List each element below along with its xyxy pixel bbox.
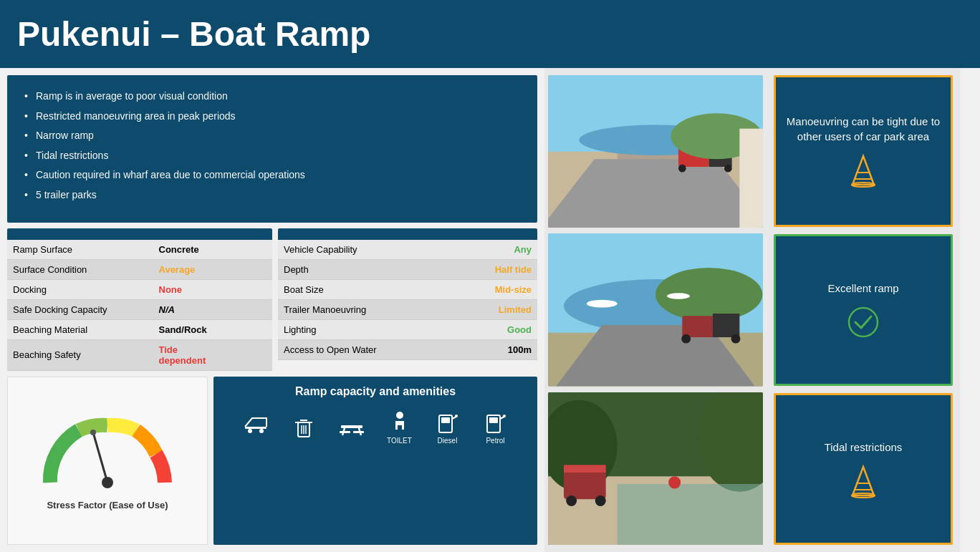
bullet-item: Tidal restrictions	[24, 149, 520, 163]
table-row: Beaching Material Sand/Rock	[7, 319, 272, 339]
checkmark-icon	[845, 304, 881, 340]
table-cell-value: Half tide	[456, 259, 537, 279]
bullet-item: Narrow ramp	[24, 129, 520, 143]
manoeuvring-card: Manoeuvring can be tight due to other us…	[774, 75, 953, 227]
svg-marker-58	[852, 156, 874, 185]
header: Pukenui – Boat Ramp	[0, 0, 980, 68]
svg-line-0	[93, 432, 107, 483]
svg-point-4	[248, 429, 252, 433]
table-row: Trailer Manoeuvring Limited	[278, 299, 537, 319]
gauge	[36, 411, 179, 497]
svg-point-55	[595, 495, 606, 506]
photo-3	[548, 392, 763, 545]
toilet-icon: TOILET	[380, 405, 419, 448]
svg-rect-52	[564, 468, 606, 499]
table-cell-value: None	[153, 279, 273, 299]
right-table-header	[278, 228, 537, 240]
diesel-label: Diesel	[438, 437, 458, 445]
table-row: Vehicle Capability Any	[278, 240, 537, 260]
svg-rect-43	[713, 314, 739, 337]
picnic-table-icon	[332, 405, 371, 448]
table-row: Safe Docking Capacity N/A	[7, 299, 272, 319]
bullet-item: Restricted manoeuvring area in peak peri…	[24, 110, 520, 124]
table-cell-value: Any	[456, 240, 537, 260]
photo-1	[548, 75, 763, 228]
table-cell-value: Average	[153, 259, 273, 279]
bullet-list: Ramp is in average to poor visual condit…	[24, 89, 520, 203]
table-cell-value: N/A	[153, 299, 273, 319]
bullet-item: 5 trailer parks	[24, 188, 520, 203]
table-cell-label: Trailer Manoeuvring	[278, 299, 456, 319]
gauge-svg	[36, 411, 179, 497]
manoeuvring-card-text: Manoeuvring can be tight due to other us…	[784, 114, 942, 144]
diesel-icon: Diesel	[428, 405, 467, 448]
table-cell-label: Boat Size	[278, 279, 456, 299]
svg-point-25	[503, 415, 506, 417]
table-row: Lighting Good	[278, 319, 537, 339]
table-cell-label: Lighting	[278, 319, 456, 339]
svg-point-62	[849, 308, 878, 336]
table-cell-label: Vehicle Capability	[278, 240, 456, 260]
table-row: Surface Condition Average	[7, 259, 272, 279]
table-cell-value: Tidedependent	[153, 339, 273, 370]
svg-rect-36	[739, 129, 763, 228]
right-data-table: Vehicle Capability Any Depth Half tide B…	[278, 228, 537, 371]
left-table-header	[7, 228, 272, 240]
table-cell-value: 100m	[456, 339, 537, 359]
amenities-box: Ramp capacity and amenities	[213, 377, 537, 545]
tidal-restrictions-text: Tidal restrictions	[825, 440, 903, 455]
table-cell-label: Surface Condition	[7, 259, 153, 279]
info-cards-panel: Manoeuvring can be tight due to other us…	[767, 68, 960, 552]
svg-point-46	[587, 300, 618, 308]
svg-point-45	[731, 334, 741, 344]
tables-row: Ramp Surface Concrete Surface Condition …	[7, 228, 537, 371]
table-row: Access to Open Water 100m	[278, 339, 537, 359]
svg-rect-12	[341, 425, 362, 428]
svg-rect-16	[353, 431, 364, 433]
bullet-item: Ramp is in average to poor visual condit…	[24, 89, 520, 104]
cone-icon-2	[845, 463, 881, 499]
svg-point-5	[259, 429, 264, 433]
gauge-box: Stress Factor (Ease of Use)	[7, 377, 208, 545]
petrol-label: Petrol	[486, 437, 504, 445]
boat-ramp-icon	[236, 405, 275, 448]
table-row: Docking None	[7, 279, 272, 299]
svg-rect-42	[682, 316, 716, 338]
table-cell-label: Docking	[7, 279, 153, 299]
left-panel: Ramp is in average to poor visual condit…	[0, 68, 544, 552]
svg-rect-3	[245, 427, 266, 429]
bottom-row: Stress Factor (Ease of Use) Ramp capacit…	[7, 377, 537, 545]
table-cell-label: Ramp Surface	[7, 240, 153, 260]
main-content: Ramp is in average to poor visual condit…	[0, 68, 980, 552]
svg-point-34	[724, 165, 732, 173]
excellent-ramp-text: Excellent ramp	[827, 281, 898, 296]
svg-rect-19	[441, 417, 450, 423]
petrol-icon: Petrol	[476, 405, 515, 448]
rubbish-bin-icon	[284, 405, 323, 448]
table-row: Beaching Safety Tidedependent	[7, 339, 272, 370]
table-cell-label: Depth	[278, 259, 456, 279]
toilet-label: TOILET	[387, 437, 412, 445]
svg-marker-63	[852, 467, 874, 495]
table-cell-label: Beaching Material	[7, 319, 153, 339]
table-row: Depth Half tide	[278, 259, 537, 279]
stress-factor-label: Stress Factor (Ease of Use)	[47, 500, 168, 510]
svg-rect-23	[489, 417, 498, 423]
svg-point-47	[667, 294, 690, 300]
table-cell-value: Concrete	[153, 240, 273, 260]
table-cell-value: Sand/Rock	[153, 319, 273, 339]
table-row: Boat Size Mid-size	[278, 279, 537, 299]
svg-point-17	[396, 412, 403, 419]
tidal-restrictions-card: Tidal restrictions	[774, 393, 953, 545]
svg-rect-53	[564, 465, 606, 473]
svg-point-2	[90, 430, 96, 435]
table-cell-value: Mid-size	[456, 279, 537, 299]
amenities-title: Ramp capacity and amenities	[222, 385, 529, 398]
table-cell-label: Access to Open Water	[278, 339, 456, 359]
svg-rect-15	[340, 431, 350, 433]
table-cell-value: Limited	[456, 299, 537, 319]
ramp-properties-table: Ramp Surface Concrete Surface Condition …	[7, 240, 272, 371]
svg-rect-56	[618, 484, 763, 545]
table-row: Ramp Surface Concrete	[7, 240, 272, 260]
svg-point-1	[102, 477, 113, 488]
